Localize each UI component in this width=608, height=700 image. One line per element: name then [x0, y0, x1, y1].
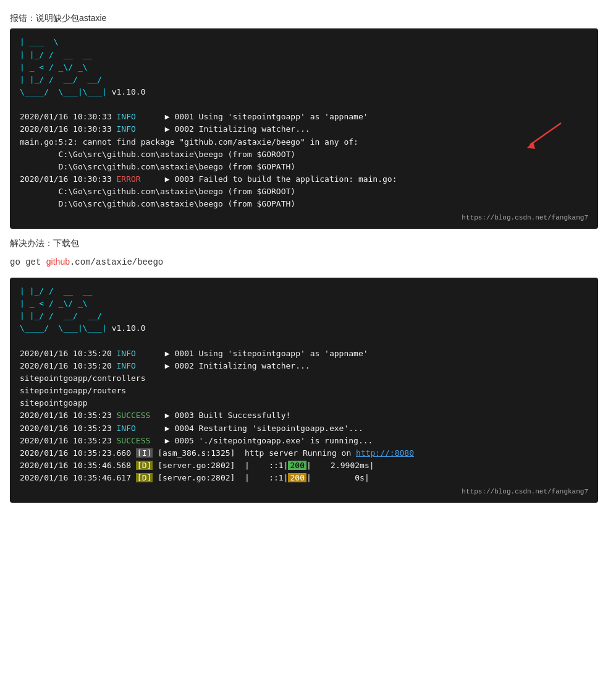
terminal-2-watermark: https://blog.csdn.net/fangkang7 [20, 488, 588, 495]
github-rest: .com/astaxie/beego [70, 257, 163, 267]
terminal-1-watermark: https://blog.csdn.net/fangkang7 [20, 214, 588, 221]
error-label: 报错：说明缺少包astaxie [10, 11, 598, 25]
svg-line-0 [530, 123, 561, 145]
solution-label: 解决办法：下载包 [10, 236, 598, 251]
arrow-annotation [518, 120, 567, 153]
terminal-2: | |_/ / __ __ | _ < / _\/ _\ | |_/ / __/… [10, 278, 598, 503]
terminal-2-content: | |_/ / __ __ | _ < / _\/ _\ | |_/ / __/… [20, 285, 588, 484]
terminal-1: | ___ \ | |_/ / __ __ | _ < / _\/ _\ | |… [10, 28, 598, 229]
go-get-text: go get [10, 257, 46, 267]
github-link[interactable]: github [46, 257, 70, 267]
terminal-1-content: | ___ \ | |_/ / __ __ | _ < / _\/ _\ | |… [20, 36, 588, 210]
go-get-command: go get github.com/astaxie/beego [10, 255, 598, 270]
